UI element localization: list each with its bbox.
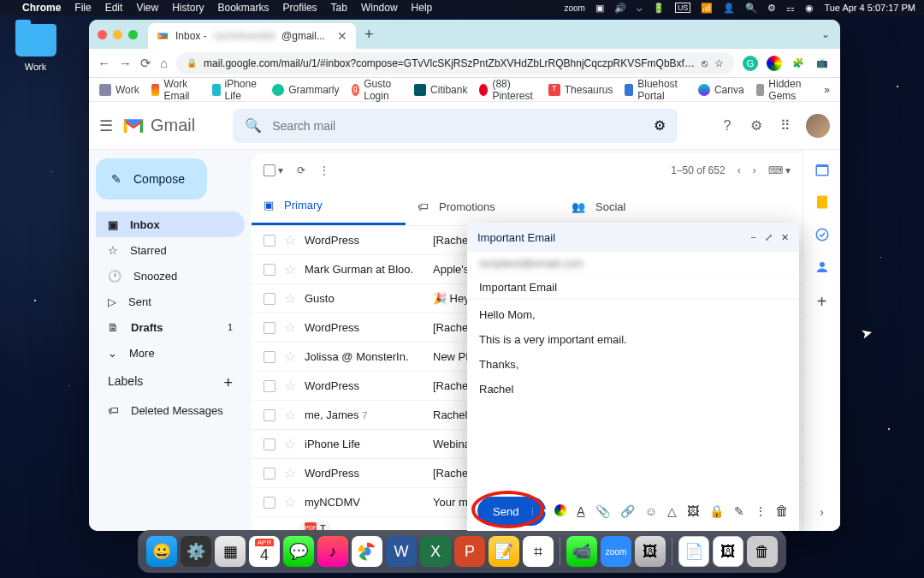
menu-file[interactable]: File bbox=[74, 2, 91, 14]
emoji-icon[interactable]: ☺ bbox=[645, 504, 657, 518]
control-center-icon[interactable]: ⚏ bbox=[786, 3, 795, 14]
format-text-icon[interactable]: A bbox=[577, 504, 584, 518]
siri-icon[interactable]: ◉ bbox=[805, 3, 814, 14]
gmail-logo[interactable]: Gmail bbox=[121, 116, 195, 135]
compose-body[interactable]: Hello Mom, This is a very important emai… bbox=[467, 300, 799, 492]
dock-messages[interactable]: 💬 bbox=[283, 536, 314, 567]
row-star-icon[interactable]: ☆ bbox=[284, 436, 296, 452]
format-color-icon[interactable] bbox=[554, 504, 566, 516]
row-checkbox[interactable] bbox=[264, 409, 275, 421]
screenrec-icon[interactable]: ▣ bbox=[595, 3, 604, 14]
subject-field[interactable]: Important Email bbox=[467, 276, 799, 300]
cast-icon[interactable]: 📺 bbox=[814, 56, 830, 71]
new-tab-button[interactable]: + bbox=[364, 26, 374, 44]
dock-powerpoint[interactable]: P bbox=[454, 536, 485, 567]
dock-excel[interactable]: X bbox=[420, 536, 451, 567]
add-addon-button[interactable]: + bbox=[817, 292, 827, 312]
dock-calendar[interactable]: APR4 bbox=[249, 536, 280, 567]
drive-icon[interactable]: △ bbox=[667, 504, 677, 518]
support-icon[interactable]: ? bbox=[719, 117, 736, 134]
ext-grammarly-icon[interactable]: G bbox=[743, 56, 758, 71]
dock-settings[interactable]: ⚙️ bbox=[181, 536, 211, 567]
row-star-icon[interactable]: ☆ bbox=[284, 349, 296, 365]
apps-icon[interactable]: ⠿ bbox=[777, 117, 794, 134]
tab-promotions[interactable]: 🏷Promotions bbox=[406, 188, 560, 225]
row-star-icon[interactable]: ☆ bbox=[284, 232, 296, 248]
refresh-button[interactable]: ⟳ bbox=[297, 164, 305, 176]
bookmark-canva[interactable]: Canva bbox=[698, 84, 744, 96]
sidebar-item-starred[interactable]: ☆Starred bbox=[96, 237, 245, 263]
sidebar-item-deleted[interactable]: 🏷Deleted Messages bbox=[96, 397, 245, 423]
select-all-checkbox[interactable]: ▾ bbox=[264, 164, 283, 176]
minimize-icon[interactable]: − bbox=[751, 232, 756, 243]
tab-social[interactable]: 👥Social bbox=[560, 188, 714, 225]
sidebar-item-drafts[interactable]: 🗎Drafts1 bbox=[96, 314, 245, 340]
bookmark-work[interactable]: Work bbox=[99, 84, 139, 96]
row-star-icon[interactable]: ☆ bbox=[284, 378, 296, 394]
row-checkbox[interactable] bbox=[264, 497, 275, 509]
row-checkbox[interactable] bbox=[264, 468, 275, 480]
compose-button[interactable]: ✎ Compose bbox=[96, 158, 207, 200]
bookmark-star-icon[interactable]: ☆ bbox=[714, 57, 724, 69]
menu-window[interactable]: Window bbox=[361, 2, 398, 14]
row-checkbox[interactable] bbox=[264, 380, 275, 392]
tab-primary[interactable]: ▣Primary bbox=[252, 188, 406, 225]
bookmark-gusto[interactable]: gGusto Login bbox=[352, 78, 403, 102]
back-button[interactable]: ← bbox=[98, 56, 110, 70]
input-tools-icon[interactable]: ⌨ ▾ bbox=[768, 164, 791, 176]
share-icon[interactable]: ⎋ bbox=[702, 57, 708, 69]
home-button[interactable]: ⌂ bbox=[160, 56, 168, 70]
extensions-icon[interactable]: 🧩 bbox=[791, 56, 806, 71]
menu-help[interactable]: Help bbox=[412, 2, 433, 14]
browser-tab[interactable]: Inbox - rachelneedell@gmail... ✕ bbox=[148, 23, 356, 49]
dock-finder[interactable]: 😀 bbox=[146, 536, 177, 567]
ext-colorpicker-icon[interactable] bbox=[767, 56, 782, 71]
menu-edit[interactable]: Edit bbox=[105, 2, 123, 14]
menu-bookmarks[interactable]: Bookmarks bbox=[218, 2, 270, 14]
row-checkbox[interactable] bbox=[264, 438, 275, 450]
row-checkbox[interactable] bbox=[264, 264, 275, 276]
photo-icon[interactable]: 🖼 bbox=[687, 504, 699, 518]
bookmark-citibank[interactable]: Citibank bbox=[414, 84, 467, 96]
search-input[interactable]: 🔍 ⚙ bbox=[233, 109, 678, 143]
bluetooth-icon[interactable]: ⌵ bbox=[637, 3, 643, 14]
row-checkbox[interactable] bbox=[264, 293, 275, 305]
tab-overflow-button[interactable]: ⌄ bbox=[821, 28, 830, 40]
link-icon[interactable]: 🔗 bbox=[620, 504, 635, 518]
prev-page-button[interactable]: ‹ bbox=[737, 164, 741, 176]
battery-icon[interactable]: 🔋 bbox=[653, 3, 665, 14]
row-star-icon[interactable]: ☆ bbox=[284, 319, 296, 336]
bookmark-pinterest[interactable]: (88) Pinterest bbox=[479, 78, 536, 102]
bookmark-work-email[interactable]: Work Email bbox=[151, 78, 200, 102]
row-star-icon[interactable]: ☆ bbox=[284, 465, 296, 481]
sidepanel-icon[interactable]: ◧ bbox=[838, 56, 840, 71]
zoom-menubar-icon[interactable]: zoom bbox=[564, 3, 584, 13]
next-page-button[interactable]: › bbox=[753, 164, 756, 176]
more-options-icon[interactable]: ⋮ bbox=[755, 504, 767, 518]
dock-music[interactable]: ♪ bbox=[317, 536, 348, 567]
tasks-icon[interactable] bbox=[814, 227, 830, 242]
menu-view[interactable]: View bbox=[136, 2, 158, 14]
more-button[interactable]: ⋮ bbox=[319, 164, 329, 176]
dock-facetime[interactable]: 📹 bbox=[566, 536, 597, 567]
sidebar-item-inbox[interactable]: ▣Inbox bbox=[96, 212, 245, 237]
main-menu-icon[interactable]: ☰ bbox=[99, 116, 113, 135]
reload-button[interactable]: ⟳ bbox=[140, 56, 151, 71]
dock-zoom[interactable]: zoom bbox=[601, 536, 631, 567]
search-options-icon[interactable]: ⚙ bbox=[654, 117, 666, 134]
sidebar-item-snoozed[interactable]: 🕐Snoozed bbox=[96, 263, 245, 289]
discard-icon[interactable]: 🗑 bbox=[775, 504, 789, 519]
bookmark-grammarly[interactable]: Grammarly bbox=[272, 84, 339, 96]
to-field[interactable]: recipient@email.com bbox=[467, 252, 799, 276]
row-star-icon[interactable]: ☆ bbox=[284, 494, 296, 510]
add-label-button[interactable]: + bbox=[223, 374, 233, 392]
sidebar-item-sent[interactable]: ▷Sent bbox=[96, 289, 245, 314]
dock-doc2[interactable]: 🖼 bbox=[713, 536, 743, 567]
send-button[interactable]: Send ▼ bbox=[477, 497, 546, 526]
bookmark-thesaurus[interactable]: TThesaurus bbox=[548, 84, 613, 96]
sidebar-item-more[interactable]: ⌄More bbox=[96, 340, 245, 366]
confidential-icon[interactable]: 🔒 bbox=[709, 504, 724, 518]
row-star-icon[interactable]: ☆ bbox=[284, 261, 296, 277]
row-checkbox[interactable] bbox=[264, 351, 275, 363]
row-checkbox[interactable] bbox=[264, 235, 275, 247]
